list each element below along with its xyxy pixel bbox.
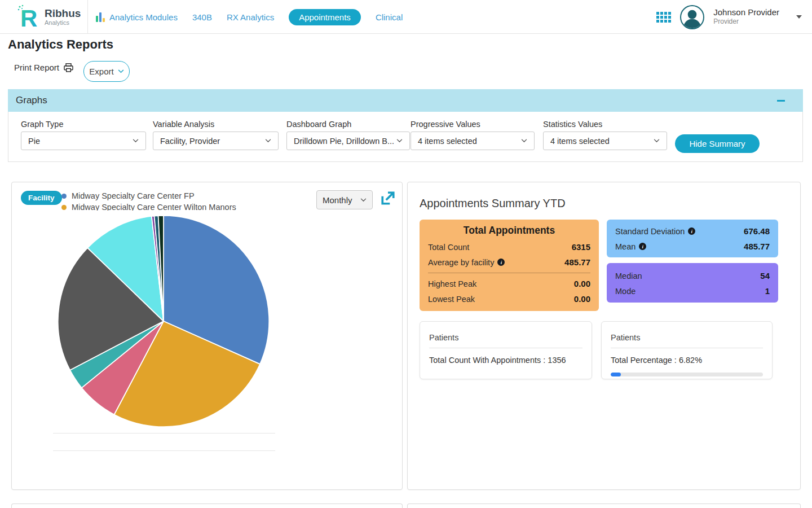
user-info: Johnson Provider Provider xyxy=(713,7,779,27)
filter-label: Progressive Values xyxy=(411,120,480,129)
top-nav: Analytics Modules 340B RX Analytics Appo… xyxy=(96,0,403,34)
total-box-title: Total Appointments xyxy=(428,225,590,237)
bar-chart-icon xyxy=(96,12,105,22)
chevron-down-icon xyxy=(396,139,403,143)
collapse-minus-icon[interactable] xyxy=(777,100,785,102)
chevron-down-icon xyxy=(521,139,527,143)
svg-text:R: R xyxy=(20,5,37,30)
stat-label: Highest Peak xyxy=(428,279,476,288)
period-select[interactable]: Monthly xyxy=(316,190,373,209)
user-name: Johnson Provider xyxy=(713,7,779,17)
stat-value: 6315 xyxy=(572,242,590,252)
select-value: Facility, Provider xyxy=(160,137,220,146)
stat-value: 1 xyxy=(765,286,770,296)
chevron-down-icon xyxy=(265,139,271,143)
graph-type-select[interactable]: Pie xyxy=(21,132,146,150)
stat-label: Average by facility xyxy=(428,258,494,267)
total-appointments-box: Total Appointments Total Count 6315 Aver… xyxy=(420,220,599,311)
legend-dot xyxy=(61,194,67,199)
stat-label: Mean xyxy=(615,242,636,251)
drilldown-divider xyxy=(53,450,275,451)
print-report-label: Print Report xyxy=(14,63,59,72)
page-title: Analytics Reports xyxy=(8,37,113,52)
select-value: Monthly xyxy=(323,195,352,205)
header-right: Johnson Provider Provider xyxy=(656,0,802,34)
patients-card-title: Patients xyxy=(429,322,582,348)
nav-appointments-active[interactable]: Appointments xyxy=(289,9,361,25)
hide-summary-button[interactable]: Hide Summary xyxy=(675,134,760,153)
patients-card-text: Total Count With Appointments : 1356 xyxy=(429,348,582,365)
legend-label: Midway Specialty Care Center FP xyxy=(72,191,195,200)
stat-label: Median xyxy=(615,271,642,281)
stat-label: Mode xyxy=(615,287,636,296)
stat-row: Mode 1 xyxy=(615,283,770,299)
patients-count-card: Patients Total Count With Appointments :… xyxy=(420,321,592,379)
export-label: Export xyxy=(89,67,113,76)
filter-label: Statistics Values xyxy=(543,120,602,129)
filter-label: Variable Analysis xyxy=(153,120,214,129)
statistics-values-select[interactable]: 4 items selected xyxy=(543,132,667,150)
app-header: R Ribhus Analytics Analytics Modules 340… xyxy=(0,0,812,34)
stat-value: 0.00 xyxy=(574,294,590,304)
stat-value: 485.77 xyxy=(564,257,590,267)
divider xyxy=(428,273,590,273)
select-value: Pie xyxy=(28,137,40,146)
stat-value: 676.48 xyxy=(744,226,770,236)
deviation-mean-box: Standard Deviation i 676.48 Mean i 485.7… xyxy=(607,220,778,257)
stat-value: 485.77 xyxy=(744,242,770,251)
info-icon[interactable]: i xyxy=(497,259,505,266)
info-icon[interactable]: i xyxy=(639,243,646,250)
nav-analytics-modules[interactable]: Analytics Modules xyxy=(96,12,178,22)
nav-rx-analytics[interactable]: RX Analytics xyxy=(227,12,274,22)
user-avatar[interactable] xyxy=(680,5,704,29)
partial-card xyxy=(11,503,403,508)
print-report-button[interactable]: Print Report xyxy=(14,63,73,72)
filters-panel: Graph Type Pie Variable Analysis Facilit… xyxy=(8,112,803,162)
nav-340b[interactable]: 340B xyxy=(192,12,212,22)
stat-label: Total Count xyxy=(428,243,469,252)
chevron-down-icon xyxy=(654,139,660,143)
stat-row: Standard Deviation i 676.48 xyxy=(615,224,770,239)
partial-card xyxy=(407,503,801,508)
legend-item[interactable]: Midway Specialty Care Center FP xyxy=(61,190,236,202)
user-role: Provider xyxy=(713,17,779,27)
stat-value: 0.00 xyxy=(574,279,590,288)
patients-card-text: Total Percentage : 6.82% xyxy=(611,348,763,365)
patients-card-title: Patients xyxy=(611,322,763,348)
select-value: 4 items selected xyxy=(418,137,477,146)
stat-row: Mean i 485.77 xyxy=(615,239,770,254)
chevron-down-icon xyxy=(133,139,139,143)
brand-name: Ribhus xyxy=(45,8,81,19)
brand-subtitle: Analytics xyxy=(45,19,81,27)
expand-chart-icon[interactable] xyxy=(381,191,395,205)
dashboard-graph-select[interactable]: Drilldown Pie, Drilldown B... xyxy=(286,132,410,150)
info-icon[interactable]: i xyxy=(688,227,695,235)
stat-row: Average by facility i 485.77 xyxy=(428,255,590,270)
percentage-progress-track xyxy=(611,373,763,376)
pie-chart-card: Facility Midway Specialty Care Center FP… xyxy=(11,182,403,490)
select-value: Drilldown Pie, Drilldown B... xyxy=(294,137,394,146)
progressive-values-select[interactable]: 4 items selected xyxy=(411,132,535,150)
percentage-progress-fill xyxy=(611,373,621,376)
legend-item[interactable]: Midway Specialty Care Center Wilton Mano… xyxy=(61,202,236,211)
drilldown-divider xyxy=(53,433,275,433)
patients-percentage-card: Patients Total Percentage : 6.82% xyxy=(601,321,773,379)
filter-label: Graph Type xyxy=(21,120,64,129)
median-mode-box: Median 54 Mode 1 xyxy=(607,263,778,303)
printer-icon xyxy=(64,63,73,72)
user-menu-caret-icon[interactable] xyxy=(796,15,802,19)
nav-label: Analytics Modules xyxy=(109,12,178,22)
stat-label: Standard Deviation xyxy=(615,227,685,236)
nav-clinical[interactable]: Clinical xyxy=(376,12,403,22)
filter-label: Dashboard Graph xyxy=(286,120,351,129)
variable-analysis-select[interactable]: Facility, Provider xyxy=(153,132,279,150)
summary-title: Appointments Summary YTD xyxy=(420,197,566,210)
select-value: 4 items selected xyxy=(550,137,610,146)
graphs-panel-header[interactable]: Graphs xyxy=(8,89,803,112)
facility-badge[interactable]: Facility xyxy=(21,191,62,205)
stat-row: Median 54 xyxy=(615,268,770,283)
brand-section[interactable]: R Ribhus Analytics xyxy=(0,0,88,34)
apps-grid-icon[interactable] xyxy=(656,12,671,23)
export-button[interactable]: Export xyxy=(83,61,130,82)
legend-dot xyxy=(61,205,67,210)
